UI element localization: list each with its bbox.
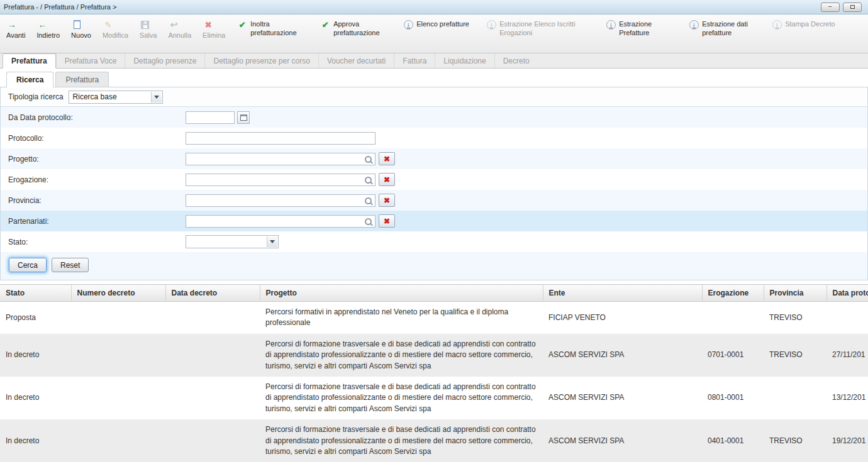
edit-icon: ✎ <box>103 19 114 30</box>
cerca-button[interactable]: Cerca <box>9 258 47 272</box>
reset-button[interactable]: Reset <box>52 258 89 272</box>
tab-fattura[interactable]: Fattura <box>394 53 435 68</box>
subtab-prefattura[interactable]: Prefattura <box>55 72 109 87</box>
form-row-erogazione: Erogazione: ✖ <box>1 169 867 190</box>
toolbar-button-stampa-decreto[interactable]: ↓ Stampa Decreto <box>771 19 843 30</box>
da-data-protocollo-input[interactable] <box>186 111 235 124</box>
toolbar-button-estrazione-elenco-iscritti[interactable]: ↓ Estrazione Elenco Iscritti Erogazioni <box>486 19 594 38</box>
table-row[interactable]: Proposta Percorsi formativi in apprendis… <box>0 302 868 334</box>
tipologia-ricerca-label: Tipologia ricerca <box>8 92 64 101</box>
stato-label: Stato: <box>8 238 186 246</box>
search-icon[interactable] <box>364 176 373 185</box>
page-title: Prefattura - / Prefattura / Prefattura > <box>4 3 116 11</box>
protocollo-input[interactable] <box>186 132 376 145</box>
column-header-stato[interactable]: Stato <box>0 285 71 302</box>
stato-select[interactable] <box>186 235 279 248</box>
tipologia-ricerca-value: Ricerca base <box>73 92 117 101</box>
minimize-button[interactable]: − <box>821 3 840 12</box>
provincia-clear-button[interactable]: ✖ <box>379 194 395 207</box>
tab-dettaglio-presenze[interactable]: Dettaglio presenze <box>125 53 204 68</box>
tipologia-ricerca-select[interactable]: Ricerca base <box>69 91 163 104</box>
toolbar-button-estrazione-dati-prefatture[interactable]: ↓ Estrazione dati prefatture <box>688 19 760 38</box>
toolbar-button-elimina[interactable]: ✖ Elimina <box>203 19 225 39</box>
tab-dettaglio-presenze-per-corso[interactable]: Dettaglio presenze per corso <box>204 53 318 68</box>
protocollo-label: Protocollo: <box>8 134 186 143</box>
calendar-button[interactable] <box>237 111 250 124</box>
partenariati-clear-button[interactable]: ✖ <box>379 214 395 228</box>
clear-icon: ✖ <box>384 155 390 163</box>
erogazione-clear-button[interactable]: ✖ <box>379 173 395 186</box>
toolbar-button-estrazione-prefatture[interactable]: ↓ Estrazione Prefatture <box>605 19 677 38</box>
search-icon[interactable] <box>364 155 373 164</box>
main-tab-bar: Prefattura Prefattura Voce Dettaglio pre… <box>0 53 868 69</box>
cell-erogazione: 0701-0001 <box>702 334 764 377</box>
form-actions: Cerca Reset <box>1 252 867 280</box>
erogazione-input[interactable] <box>186 174 376 186</box>
toolbar-button-salva[interactable]: Salva <box>140 19 157 39</box>
table-row[interactable]: In decreto Percorsi di formazione trasve… <box>0 334 868 377</box>
column-header-data-protocollo[interactable]: Data protocollo <box>826 285 868 302</box>
toolbar-button-elenco-prefatture[interactable]: ↓ Elenco prefatture <box>403 19 474 30</box>
toolbar-button-inoltra-prefatturazione[interactable]: ✔ Inoltra prefatturazione <box>236 19 308 38</box>
column-header-ente[interactable]: Ente <box>543 285 702 302</box>
search-icon[interactable] <box>364 197 373 206</box>
cell-erogazione <box>702 302 764 334</box>
cell-progetto: Percorsi formativi in apprendistato nel … <box>260 302 543 334</box>
column-header-numero-decreto[interactable]: Numero decreto <box>71 285 165 302</box>
maximize-icon <box>850 5 855 9</box>
search-icon[interactable] <box>364 218 373 226</box>
cell-provincia: TREVISO <box>764 419 826 462</box>
toolbar-button-avanti[interactable]: → Avanti <box>6 19 25 39</box>
chevron-down-icon <box>267 236 277 247</box>
provincia-label: Provincia: <box>8 196 186 205</box>
clear-icon: ✖ <box>384 196 390 205</box>
form-row-stato: Stato: <box>1 231 867 252</box>
provincia-input[interactable] <box>186 194 376 207</box>
table-row[interactable]: In decreto Percorsi di formazione trasve… <box>0 419 868 462</box>
toolbar-button-annulla[interactable]: ↩ Annulla <box>168 19 191 39</box>
toolbar-button-approva-prefatturazione[interactable]: ✔ Approva prefatturazione <box>320 19 391 38</box>
arrow-right-icon: → <box>6 19 18 30</box>
cell-provincia: TREVISO <box>764 302 826 334</box>
window-controls: − <box>821 3 864 12</box>
table-header-row: Stato Numero decreto Data decreto Proget… <box>0 285 868 302</box>
toolbar-button-indietro[interactable]: ← Indietro <box>36 19 60 39</box>
cell-progetto: Percorsi di formazione trasversale e di … <box>260 377 543 419</box>
partenariati-input[interactable] <box>186 215 376 228</box>
clear-icon: ✖ <box>384 217 390 226</box>
cell-ente: ASCOM SERVIZI SPA <box>543 419 702 462</box>
subtab-ricerca[interactable]: Ricerca <box>6 72 53 87</box>
download-icon: ↓ <box>605 19 616 30</box>
maximize-button[interactable] <box>843 3 862 12</box>
sub-tab-bar: Ricerca Prefattura <box>0 70 868 87</box>
progetto-input[interactable] <box>186 153 376 165</box>
tab-decreto[interactable]: Decreto <box>494 53 538 68</box>
tab-voucher-decurtati[interactable]: Voucher decurtati <box>318 53 394 68</box>
cell-data-decreto <box>165 302 260 334</box>
toolbar: → Avanti ← Indietro Nuovo ✎ Modifica Sal… <box>0 14 868 53</box>
new-document-icon <box>71 19 82 30</box>
table-row[interactable]: In decreto Percorsi di formazione trasve… <box>0 377 868 419</box>
app-window: Prefattura - / Prefattura / Prefattura >… <box>0 0 868 462</box>
toolbar-button-modifica[interactable]: ✎ Modifica <box>103 19 128 39</box>
progetto-clear-button[interactable]: ✖ <box>379 152 395 165</box>
check-icon: ✔ <box>320 19 331 30</box>
cell-data-protocollo <box>826 302 868 334</box>
cell-numero-decreto <box>71 302 165 334</box>
tab-prefattura[interactable]: Prefattura <box>3 53 56 69</box>
tab-liquidazione[interactable]: Liquidazione <box>435 53 494 68</box>
form-row-progetto: Progetto: ✖ <box>1 148 867 169</box>
cell-data-decreto <box>165 334 260 377</box>
column-header-erogazione[interactable]: Erogazione <box>702 285 764 302</box>
cell-erogazione: 0801-0001 <box>702 377 764 419</box>
column-header-progetto[interactable]: Progetto <box>260 285 543 302</box>
cell-data-protocollo: 27/11/201 <box>826 334 868 377</box>
toolbar-button-nuovo[interactable]: Nuovo <box>71 19 91 39</box>
tab-prefattura-voce[interactable]: Prefattura Voce <box>56 53 125 68</box>
cell-numero-decreto <box>71 377 165 419</box>
column-header-provincia[interactable]: Provincia <box>764 285 826 302</box>
cell-ente: ASCOM SERVIZI SPA <box>543 334 702 377</box>
cell-stato: In decreto <box>0 334 71 377</box>
form-row-da-data-protocollo: Da Data protocollo: <box>1 107 867 128</box>
column-header-data-decreto[interactable]: Data decreto <box>165 285 260 302</box>
